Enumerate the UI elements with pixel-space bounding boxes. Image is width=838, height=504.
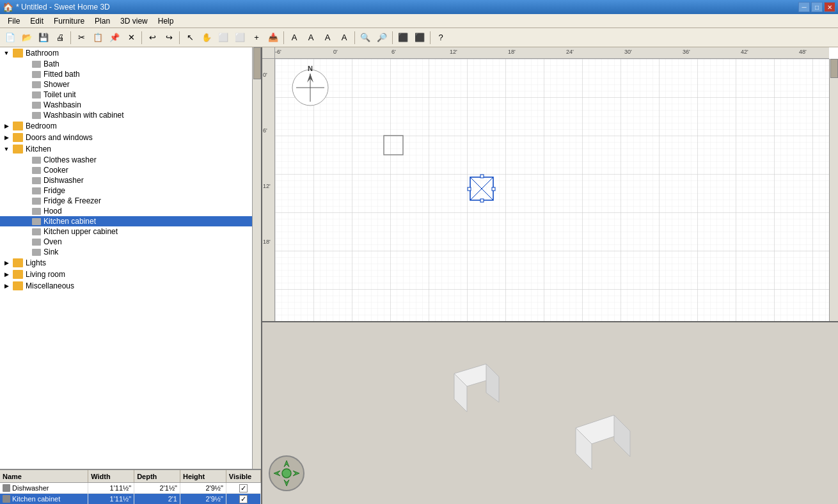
menu-help[interactable]: Help (153, 15, 179, 27)
text-a3-button[interactable]: A (320, 30, 335, 45)
toolbar-separator (392, 31, 393, 44)
draw-wall-button[interactable]: ⬜ (216, 30, 231, 45)
expand-icon[interactable]: ▶ (1, 121, 12, 131)
tree-item-toilet_unit[interactable]: Toilet unit (0, 90, 261, 100)
cell-depth: 2'1½" (134, 483, 180, 493)
menu-file[interactable]: File (3, 15, 25, 27)
tree-item-fridge_&_freezer[interactable]: Fridge & Freezer (0, 196, 261, 206)
tree-item-hood[interactable]: Hood (0, 206, 261, 216)
tree-item-kitchen_upper_cabinet[interactable]: Kitchen upper cabinet (0, 226, 261, 237)
menu-plan[interactable]: Plan (90, 15, 115, 27)
text-a1-button[interactable]: A (287, 30, 302, 45)
menu-3d-view[interactable]: 3D view (115, 15, 153, 27)
ruler-v-tick: 0' (263, 72, 267, 78)
tree-scroll-thumb[interactable] (253, 47, 261, 79)
item-icon (32, 239, 41, 246)
3d-view-button[interactable]: ⬛ (412, 30, 427, 45)
draw-room-button[interactable]: ⬜ (232, 30, 248, 45)
item-label: Washbasin with cabinet (42, 111, 124, 120)
help-button[interactable]: ? (433, 30, 448, 45)
tree-item-clothes_washer[interactable]: Clothes washer (0, 155, 261, 165)
table-row[interactable]: Dishwasher1'11½"2'1½"2'9½" (0, 483, 261, 494)
expand-icon[interactable]: ▶ (1, 281, 12, 291)
folder-icon (13, 145, 23, 154)
tree-category-bathroom[interactable]: ▼Bathroom (0, 47, 261, 59)
tree-item-shower[interactable]: Shower (0, 79, 261, 90)
item-label: Hood (42, 207, 62, 216)
zoom-in-button[interactable]: 🔍 (358, 30, 373, 45)
text-a4-button[interactable]: A (336, 30, 352, 45)
tree-item-fridge[interactable]: Fridge (0, 185, 261, 196)
menu-edit[interactable]: Edit (25, 15, 49, 27)
visible-checkbox[interactable] (239, 484, 248, 492)
cell-visible[interactable] (226, 483, 261, 493)
tree-item-bath[interactable]: Bath (0, 59, 261, 69)
svg-marker-12 (293, 471, 299, 476)
redo-button[interactable]: ↪ (161, 30, 177, 45)
text-a2-button[interactable]: A (303, 30, 319, 45)
category-label: Doors and windows (24, 133, 93, 142)
item-icon (32, 91, 41, 98)
plan-scrollbar-v[interactable] (829, 59, 838, 321)
pan-button[interactable]: ✋ (199, 30, 214, 45)
open-button[interactable]: 📂 (19, 30, 35, 45)
menu-furniture[interactable]: Furniture (49, 15, 90, 27)
paste-button[interactable]: 📌 (107, 30, 122, 45)
toolbar-separator (179, 31, 180, 44)
top-view-button[interactable]: ⬛ (395, 30, 411, 45)
tree-scrollbar[interactable] (252, 47, 261, 469)
table-row[interactable]: Kitchen cabinet1'11½"2'12'9½" (0, 494, 261, 504)
maximize-button[interactable]: □ (811, 2, 823, 12)
tree-item-fitted_bath[interactable]: Fitted bath (0, 69, 261, 79)
tree-category-lights[interactable]: ▶Lights (0, 257, 261, 269)
print-button[interactable]: 🖨 (52, 30, 68, 45)
tree-item-dishwasher[interactable]: Dishwasher (0, 175, 261, 185)
tree-category-bedroom[interactable]: ▶Bedroom (0, 120, 261, 132)
undo-button[interactable]: ↩ (145, 30, 160, 45)
add-furniture-button[interactable]: + (249, 30, 264, 45)
select-button[interactable]: ↖ (182, 30, 198, 45)
new-button[interactable]: 📄 (3, 30, 18, 45)
nav-control[interactable] (269, 455, 304, 491)
item-icon (32, 177, 41, 184)
cell-visible[interactable] (226, 494, 261, 504)
toolbar-separator (141, 31, 142, 44)
view-3d[interactable] (262, 322, 838, 504)
visible-checkbox[interactable] (239, 495, 248, 503)
tree-category-miscellaneous[interactable]: ▶Miscellaneous (0, 280, 261, 292)
tree-item-washbasin_with_cabinet[interactable]: Washbasin with cabinet (0, 110, 261, 120)
expand-icon[interactable]: ▼ (1, 48, 12, 58)
tree-item-washbasin[interactable]: Washbasin (0, 100, 261, 110)
tree-category-kitchen[interactable]: ▼Kitchen (0, 143, 261, 155)
tree-category-living_room[interactable]: ▶Living room (0, 269, 261, 280)
expand-icon[interactable]: ▶ (1, 258, 12, 268)
tree-item-kitchen_cabinet[interactable]: Kitchen cabinet (0, 216, 261, 226)
minimize-button[interactable]: ─ (798, 2, 810, 12)
expand-icon[interactable]: ▶ (1, 269, 12, 280)
scroll-thumb-v[interactable] (830, 59, 838, 78)
copy-button[interactable]: 📋 (90, 30, 106, 45)
right-panel: -6'0'6'12'18'24'30'36'42'48' 0'6'12'18' (262, 47, 838, 504)
plan-view[interactable]: -6'0'6'12'18'24'30'36'42'48' 0'6'12'18' (262, 47, 838, 322)
delete-button[interactable]: ✕ (123, 30, 139, 45)
expand-icon[interactable]: ▼ (1, 144, 12, 154)
item-label: Washbasin (42, 100, 81, 109)
tree-item-cooker[interactable]: Cooker (0, 165, 261, 175)
import-furniture-button[interactable]: 📥 (265, 30, 281, 45)
tree-item-oven[interactable]: Oven (0, 237, 261, 247)
item-icon (32, 102, 41, 109)
plan-grid[interactable]: N (275, 59, 829, 321)
cut-button[interactable]: ✂ (74, 30, 89, 45)
item-label: Fridge & Freezer (42, 196, 101, 205)
close-button[interactable]: ✕ (824, 2, 835, 12)
category-label: Kitchen (24, 145, 51, 154)
ruler-v-tick: 18' (263, 239, 271, 245)
furniture-tree[interactable]: ▼BathroomBathFitted bathShowerToilet uni… (0, 47, 261, 469)
expand-icon[interactable]: ▶ (1, 132, 12, 143)
col-width: Width (88, 470, 134, 482)
tree-item-sink[interactable]: Sink (0, 247, 261, 257)
save-button[interactable]: 💾 (36, 30, 51, 45)
zoom-out-button[interactable]: 🔎 (374, 30, 390, 45)
tree-category-doors_and_windows[interactable]: ▶Doors and windows (0, 132, 261, 143)
folder-icon (13, 281, 23, 290)
